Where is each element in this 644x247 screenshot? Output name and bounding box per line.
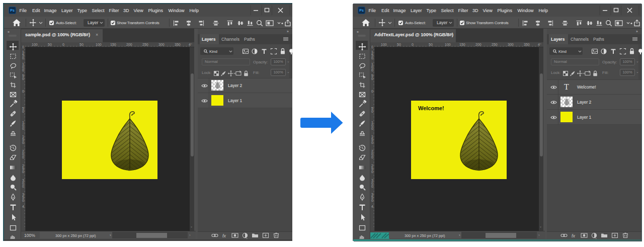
svg-text:fx: fx	[222, 233, 226, 238]
svg-text:fx: fx	[572, 233, 576, 238]
